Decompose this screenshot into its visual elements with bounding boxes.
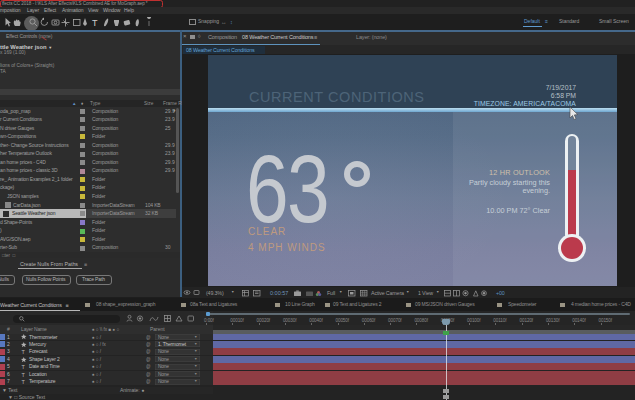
- svg-text:T: T: [92, 18, 98, 28]
